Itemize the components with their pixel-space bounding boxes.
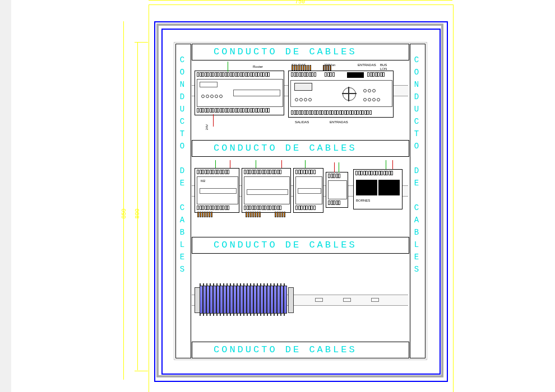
wire-red-a xyxy=(213,114,214,127)
cable-duct-right: CONDUCTO DE CABLES xyxy=(410,44,425,358)
device-m2 xyxy=(242,168,291,213)
label-salidas-bot: SALIDAS xyxy=(295,120,309,124)
device-m4 xyxy=(326,172,348,208)
cable-duct-mid-upper-label: CONDUCTO DE CABLES xyxy=(214,143,357,153)
cable-duct-top-label: CONDUCTO DE CABLES xyxy=(214,46,357,57)
label-bus: BUS xyxy=(380,63,387,67)
cable-duct-bottom: CONDUCTO DE CABLES xyxy=(192,342,409,358)
device-m5: BORNES xyxy=(353,169,403,209)
label-24v: 24V xyxy=(205,124,209,130)
scrollbar-vertical[interactable] xyxy=(0,0,12,392)
cable-duct-mid-lower: CONDUCTO DE CABLES xyxy=(192,237,409,254)
terminal-block-end-r xyxy=(288,287,294,313)
wire-comb-b2 xyxy=(323,65,335,71)
label-router: Router xyxy=(253,65,263,68)
device-m1-tag: M2 xyxy=(201,179,205,183)
cable-duct-left: CONDUCTO DE CABLES xyxy=(175,44,191,358)
device-m3 xyxy=(293,168,323,213)
dim-width-text: 750 xyxy=(295,0,305,5)
dim-height-outer-text: 850 xyxy=(121,208,127,218)
wire-comb-b1 xyxy=(292,65,317,71)
device-controller-b xyxy=(288,71,394,118)
cable-duct-mid-lower-label: CONDUCTO DE CABLES xyxy=(214,240,357,250)
cable-duct-left-label: CONDUCTO DE CABLES xyxy=(178,55,187,277)
dim-inner-leaders xyxy=(135,42,148,371)
dial-icon xyxy=(343,87,356,101)
device-m1: M2 xyxy=(195,168,239,213)
cable-duct-right-label: CONDUCTO DE CABLES xyxy=(412,55,421,277)
label-entradas-bot: ENTRADAS xyxy=(330,120,348,124)
cable-duct-bottom-label: CONDUCTO DE CABLES xyxy=(214,344,357,355)
device-m5-tag: BORNES xyxy=(356,199,370,202)
terminal-block-strip xyxy=(200,286,287,314)
drawing-canvas: 750 850 800 CONDUCTO DE CABLES CONDUCTO … xyxy=(11,0,555,392)
label-entradas-top: ENTRADAS xyxy=(358,63,376,67)
device-controller-a xyxy=(195,71,284,115)
wire-green-a xyxy=(228,62,228,72)
cable-duct-mid-upper: CONDUCTO DE CABLES xyxy=(192,140,409,157)
cable-duct-top: CONDUCTO DE CABLES xyxy=(192,44,409,60)
